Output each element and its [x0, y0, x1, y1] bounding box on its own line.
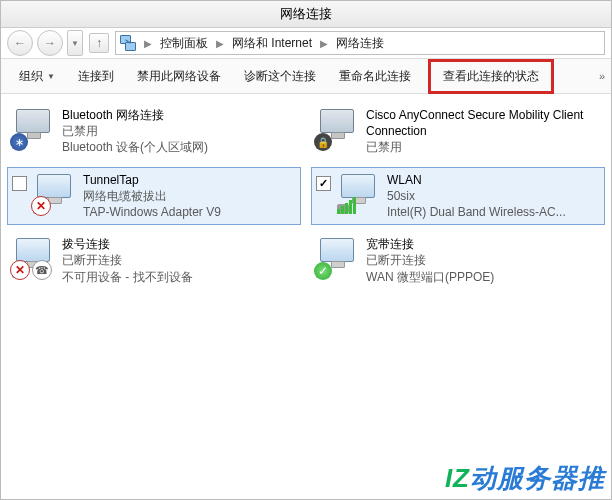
connection-name: WLAN — [387, 172, 566, 188]
connection-name: Bluetooth 网络连接 — [62, 107, 208, 123]
view-status-label: 查看此连接的状态 — [443, 68, 539, 85]
connection-text: 拨号连接已断开连接不可用设备 - 找不到设备 — [62, 236, 193, 285]
ok-check-icon: ✓ — [314, 262, 332, 280]
rename-label: 重命名此连接 — [339, 68, 411, 85]
connection-status: 已断开连接 — [366, 252, 494, 268]
selection-checkbox[interactable] — [316, 176, 331, 191]
phone-icon: ☎ — [32, 260, 52, 280]
address-bar[interactable]: ▶ 控制面板 ▶ 网络和 Internet ▶ 网络连接 — [115, 31, 605, 55]
watermark: IZ动服务器推 — [445, 461, 605, 496]
connections-grid: ∗Bluetooth 网络连接已禁用Bluetooth 设备(个人区域网)🔒Ci… — [7, 102, 605, 290]
connection-icon: ✕☎ — [12, 236, 56, 276]
connect-to-button[interactable]: 连接到 — [68, 64, 124, 89]
connection-name: 拨号连接 — [62, 236, 193, 252]
organize-button[interactable]: 组织 ▼ — [9, 64, 65, 89]
connection-item[interactable]: ✓宽带连接已断开连接WAN 微型端口(PPPOE) — [311, 231, 605, 290]
error-x-icon: ✕ — [31, 196, 51, 216]
crumb-sep-icon: ▶ — [214, 38, 226, 49]
error-x-icon: ✕ — [10, 260, 30, 280]
chevron-down-icon: ▼ — [47, 72, 55, 81]
crumb-sep-icon: ▶ — [142, 38, 154, 49]
network-connections-window: 网络连接 ← → ▼ ↑ ▶ 控制面板 ▶ 网络和 Internet ▶ 网络连… — [0, 0, 612, 500]
address-row: ← → ▼ ↑ ▶ 控制面板 ▶ 网络和 Internet ▶ 网络连接 — [1, 28, 611, 59]
signal-bars-icon — [337, 197, 356, 214]
connection-text: Cisco AnyConnect Secure Mobility Client … — [366, 107, 600, 156]
window-title: 网络连接 — [280, 5, 332, 23]
window-titlebar: 网络连接 — [1, 1, 611, 28]
rename-button[interactable]: 重命名此连接 — [329, 64, 421, 89]
nav-history-button[interactable]: ▼ — [67, 30, 83, 56]
crumb-sep-icon: ▶ — [318, 38, 330, 49]
lock-icon: 🔒 — [314, 133, 332, 151]
arrow-left-icon: ← — [14, 36, 26, 50]
view-status-button[interactable]: 查看此连接的状态 — [428, 59, 554, 94]
watermark-part1: IZ — [445, 463, 470, 493]
connection-item[interactable]: ∗Bluetooth 网络连接已禁用Bluetooth 设备(个人区域网) — [7, 102, 301, 161]
connection-text: Bluetooth 网络连接已禁用Bluetooth 设备(个人区域网) — [62, 107, 208, 156]
connection-status: 已禁用 — [62, 123, 208, 139]
diagnose-label: 诊断这个连接 — [244, 68, 316, 85]
connection-icon: 🔒 — [316, 107, 360, 147]
connect-to-label: 连接到 — [78, 68, 114, 85]
connection-icon: ∗ — [12, 107, 56, 147]
watermark-part2: 动服务器推 — [470, 463, 605, 493]
organize-label: 组织 — [19, 68, 43, 85]
diagnose-button[interactable]: 诊断这个连接 — [234, 64, 326, 89]
bluetooth-icon: ∗ — [10, 133, 28, 151]
overflow-icon: » — [599, 70, 605, 82]
toolbar-overflow-button[interactable]: » — [599, 59, 605, 93]
connection-name: Cisco AnyConnect Secure Mobility Client … — [366, 107, 600, 139]
connection-item[interactable]: 🔒Cisco AnyConnect Secure Mobility Client… — [311, 102, 605, 161]
connection-text: WLAN50sixIntel(R) Dual Band Wireless-AC.… — [387, 172, 566, 221]
connection-detail: TAP-Windows Adapter V9 — [83, 204, 221, 220]
connection-text: TunnelTap网络电缆被拔出TAP-Windows Adapter V9 — [83, 172, 221, 221]
connection-item[interactable]: ✕TunnelTap网络电缆被拔出TAP-Windows Adapter V9 — [7, 167, 301, 226]
connection-icon: ✓ — [316, 236, 360, 276]
connection-status: 50six — [387, 188, 566, 204]
connection-name: TunnelTap — [83, 172, 221, 188]
connection-status: 已断开连接 — [62, 252, 193, 268]
disable-device-label: 禁用此网络设备 — [137, 68, 221, 85]
connection-item[interactable]: ✕☎拨号连接已断开连接不可用设备 - 找不到设备 — [7, 231, 301, 290]
crumb-network-connections[interactable]: 网络连接 — [336, 35, 384, 52]
disable-device-button[interactable]: 禁用此网络设备 — [127, 64, 231, 89]
crumb-network-internet[interactable]: 网络和 Internet — [232, 35, 312, 52]
connection-status: 网络电缆被拔出 — [83, 188, 221, 204]
connection-detail: 不可用设备 - 找不到设备 — [62, 269, 193, 285]
nav-forward-button[interactable]: → — [37, 30, 63, 56]
connection-item[interactable]: WLAN50sixIntel(R) Dual Band Wireless-AC.… — [311, 167, 605, 226]
connection-icon: ✕ — [33, 172, 77, 212]
arrow-right-icon: → — [44, 36, 56, 50]
arrow-up-icon: ↑ — [96, 36, 102, 50]
connection-detail: Intel(R) Dual Band Wireless-AC... — [387, 204, 566, 220]
connection-status: 已禁用 — [366, 139, 600, 155]
selection-checkbox[interactable] — [12, 176, 27, 191]
nav-back-button[interactable]: ← — [7, 30, 33, 56]
chevron-down-icon: ▼ — [71, 39, 79, 48]
connection-detail: Bluetooth 设备(个人区域网) — [62, 139, 208, 155]
connection-detail: WAN 微型端口(PPPOE) — [366, 269, 494, 285]
nav-up-button[interactable]: ↑ — [89, 33, 109, 53]
crumb-control-panel[interactable]: 控制面板 — [160, 35, 208, 52]
connections-area: ∗Bluetooth 网络连接已禁用Bluetooth 设备(个人区域网)🔒Ci… — [1, 94, 611, 500]
command-toolbar: 组织 ▼ 连接到 禁用此网络设备 诊断这个连接 重命名此连接 查看此连接的状态 … — [1, 59, 611, 94]
connection-text: 宽带连接已断开连接WAN 微型端口(PPPOE) — [366, 236, 494, 285]
connection-name: 宽带连接 — [366, 236, 494, 252]
network-panel-icon — [120, 35, 136, 51]
connection-icon — [337, 172, 381, 212]
